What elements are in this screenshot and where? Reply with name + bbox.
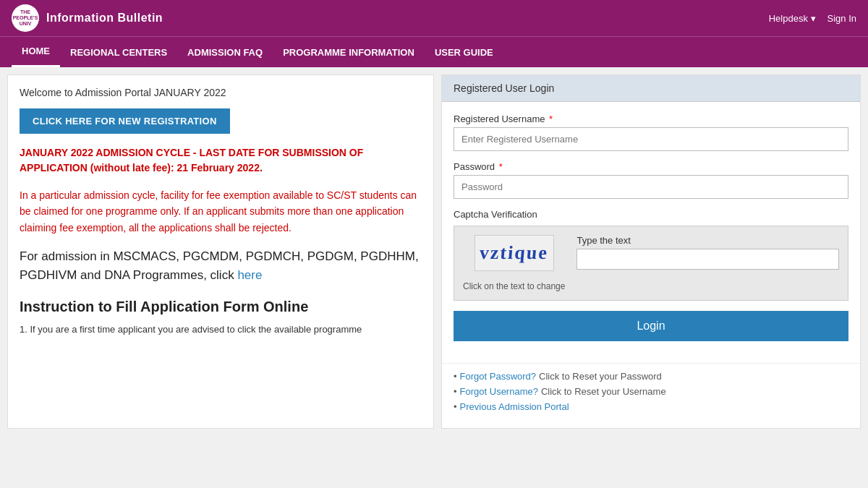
captcha-section: Captcha Verification vztique Click on th… xyxy=(454,209,848,301)
register-button[interactable]: CLICK HERE FOR NEW REGISTRATION xyxy=(20,108,230,134)
header-right: Helpdesk ▾ Sign In xyxy=(769,13,856,24)
admission-link[interactable]: here xyxy=(237,268,262,282)
username-group: Registered Username * xyxy=(454,114,848,151)
notice-info: In a particular admission cycle, facilit… xyxy=(20,187,422,236)
username-label: Registered Username * xyxy=(454,114,848,124)
logo-text: THEPEOPLE'SUNIV xyxy=(13,9,38,26)
logo-area: THEPEOPLE'SUNIV Information Bulletin xyxy=(12,4,163,32)
nav-regional-centers[interactable]: REGIONAL CENTERS xyxy=(60,38,177,67)
username-required: * xyxy=(549,114,553,124)
previous-portal-item: Previous Admission Portal xyxy=(454,401,848,412)
forgot-password-link[interactable]: Forgot Password? xyxy=(460,371,537,382)
right-panel: Registered User Login Registered Usernam… xyxy=(441,74,861,429)
signin-link[interactable]: Sign In xyxy=(827,13,856,24)
top-header: THEPEOPLE'SUNIV Information Bulletin Hel… xyxy=(0,0,868,36)
captcha-type-label: Type the text xyxy=(576,235,839,246)
captcha-input[interactable] xyxy=(576,249,839,270)
main-content: Welcome to Admission Portal JANUARY 2022… xyxy=(0,67,868,436)
instruction-text: 1. If you are a first time applicant you… xyxy=(20,322,422,338)
previous-portal-link[interactable]: Previous Admission Portal xyxy=(460,401,569,412)
left-panel: Welcome to Admission Portal JANUARY 2022… xyxy=(7,74,434,429)
right-panel-body: Registered Username * Password * Captcha… xyxy=(442,102,860,363)
welcome-text: Welcome to Admission Portal JANUARY 2022 xyxy=(20,87,422,98)
captcha-box: vztique Click on the text to change Type… xyxy=(454,226,848,301)
forgot-username-link[interactable]: Forgot Username? xyxy=(460,386,538,397)
nav-home[interactable]: HOME xyxy=(12,37,60,67)
links-section: Forgot Password? Click to Reset your Pas… xyxy=(442,363,860,428)
admission-text: For admission in MSCMACS, PGCMDM, PGDMCH… xyxy=(20,247,422,284)
captcha-right: Type the text xyxy=(576,235,839,270)
password-input[interactable] xyxy=(454,175,848,199)
nav-user-guide[interactable]: USER GUIDE xyxy=(425,38,503,67)
password-label: Password * xyxy=(454,161,848,172)
forgot-password-desc: Click to Reset your Password xyxy=(539,371,662,382)
logo: THEPEOPLE'SUNIV xyxy=(12,4,39,32)
captcha-display-text: vztique xyxy=(479,242,550,264)
username-input[interactable] xyxy=(454,127,848,151)
captcha-change-text[interactable]: Click on the text to change xyxy=(463,281,565,291)
site-title: Information Bulletin xyxy=(46,12,163,25)
admission-text-before: For admission in MSCMACS, PGCMDM, PGDMCH… xyxy=(20,249,419,282)
forgot-password-item: Forgot Password? Click to Reset your Pas… xyxy=(454,371,848,382)
password-group: Password * xyxy=(454,161,848,199)
right-panel-header: Registered User Login xyxy=(442,75,860,102)
notice-bold: JANUARY 2022 ADMISSION CYCLE - LAST DATE… xyxy=(20,145,422,176)
forgot-username-item: Forgot Username? Click to Reset your Use… xyxy=(454,386,848,397)
right-panel-title: Registered User Login xyxy=(454,82,554,94)
forgot-username-desc: Click to Reset your Username xyxy=(541,386,666,397)
helpdesk-link[interactable]: Helpdesk ▾ xyxy=(769,13,816,24)
nav-admission-faq[interactable]: ADMISSION FAQ xyxy=(177,38,273,67)
nav-bar: HOME REGIONAL CENTERS ADMISSION FAQ PROG… xyxy=(0,36,868,67)
password-required: * xyxy=(499,161,503,172)
captcha-label: Captcha Verification xyxy=(454,209,848,220)
captcha-image[interactable]: vztique xyxy=(475,235,554,271)
nav-programme-info[interactable]: PROGRAMME INFORMATION xyxy=(273,38,425,67)
login-button[interactable]: Login xyxy=(454,311,848,341)
section-heading: Instruction to Fill Application Form Onl… xyxy=(20,299,422,315)
